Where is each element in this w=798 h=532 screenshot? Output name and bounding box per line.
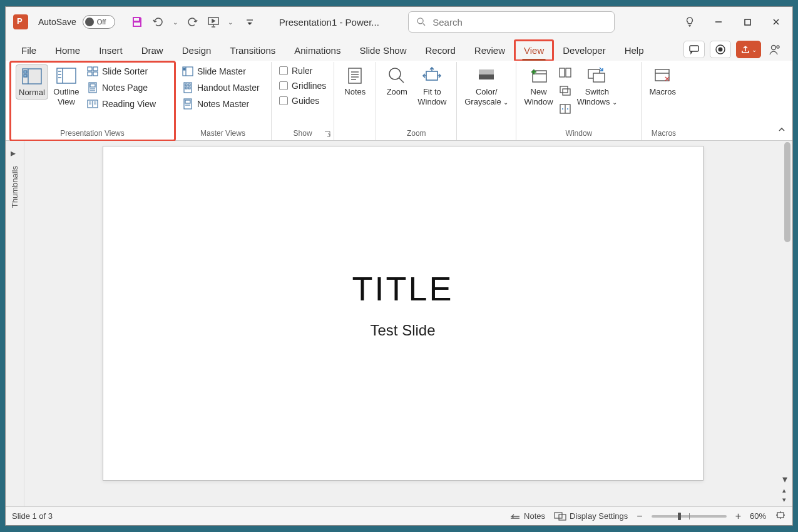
reading-view-button[interactable]: Reading View (84, 98, 158, 110)
redo-icon[interactable] (185, 15, 199, 29)
tab-insert[interactable]: Insert (90, 40, 132, 61)
thumbnails-label: Thumbnails (10, 166, 19, 208)
tab-transitions[interactable]: Transitions (220, 40, 285, 61)
share-button[interactable]: ⌄ (736, 41, 761, 58)
tab-help[interactable]: Help (615, 40, 653, 61)
search-input[interactable] (432, 17, 606, 28)
qat-overflow-icon[interactable] (243, 15, 257, 29)
comments-button[interactable] (683, 41, 705, 58)
svg-rect-56 (555, 513, 562, 518)
scroll-down-icon[interactable]: ▾ (782, 473, 787, 485)
prev-slide-icon[interactable]: ▴ (782, 486, 787, 494)
minimize-button[interactable] (706, 12, 731, 32)
maximize-button[interactable] (735, 12, 760, 32)
tab-animations[interactable]: Animations (285, 40, 350, 61)
document-title: Presentation1 - Power... (279, 17, 379, 28)
checkbox-icon (279, 66, 288, 75)
expand-thumbnails-icon[interactable]: ▸ (11, 147, 16, 159)
present-from-start-icon[interactable] (207, 15, 220, 29)
svg-rect-50 (563, 89, 570, 95)
zoom-in-button[interactable]: + (735, 511, 741, 522)
notes-button[interactable]: Notes (339, 64, 371, 98)
svg-rect-54 (593, 73, 605, 82)
slide-master-button[interactable]: Slide Master (180, 65, 262, 78)
tab-developer[interactable]: Developer (553, 40, 615, 61)
arrange-all-icon[interactable] (558, 66, 572, 79)
svg-point-42 (389, 68, 401, 79)
handout-master-button[interactable]: Handout Master (180, 81, 262, 94)
tab-home[interactable]: Home (46, 40, 90, 61)
group-notes: Notes (334, 62, 376, 140)
tab-record[interactable]: Record (416, 40, 464, 61)
new-window-button[interactable]: New Window (521, 64, 555, 109)
slide-canvas-area[interactable]: TITLE Test Slide (24, 141, 781, 506)
notes-toggle[interactable]: Notes (509, 511, 545, 521)
svg-rect-37 (349, 68, 361, 83)
color-grayscale-icon (476, 66, 497, 86)
svg-rect-32 (185, 87, 187, 89)
group-zoom: Zoom Fit to Window Zoom (376, 62, 457, 140)
slide-subtitle[interactable]: Test Slide (370, 322, 435, 339)
powerpoint-icon (13, 14, 28, 29)
vertical-scrollbar[interactable]: ▾ ▴ ▾ (781, 141, 792, 506)
slide[interactable]: TITLE Test Slide (103, 146, 703, 481)
color-grayscale-button[interactable]: Color/ Grayscale ⌄ (462, 64, 511, 109)
scrollbar-thumb[interactable] (784, 142, 790, 242)
collapse-ribbon-icon[interactable] (777, 125, 786, 136)
tab-draw[interactable]: Draw (132, 40, 173, 61)
account-icon[interactable] (766, 41, 784, 58)
gridlines-checkbox[interactable]: Gridlines (277, 80, 329, 91)
zoom-slider[interactable] (652, 515, 727, 518)
camera-record-button[interactable] (710, 41, 731, 58)
autosave-label: AutoSave (38, 17, 76, 27)
status-bar: Slide 1 of 3 Notes Display Settings − + … (6, 506, 792, 525)
notes-page-button[interactable]: Notes Page (84, 81, 158, 94)
workspace: ▸ Thumbnails TITLE Test Slide ▾ ▴ ▾ (6, 141, 792, 506)
qat-customize-icon[interactable]: ⌄ (228, 19, 233, 26)
svg-rect-28 (183, 68, 185, 70)
svg-rect-10 (24, 71, 27, 73)
display-settings-button[interactable]: Display Settings (554, 511, 628, 521)
zoom-slider-thumb[interactable] (678, 513, 681, 520)
undo-icon[interactable] (151, 15, 165, 29)
move-split-icon[interactable] (558, 102, 572, 116)
svg-rect-47 (560, 68, 565, 77)
notes-master-button[interactable]: Notes Master (180, 98, 262, 110)
notes-toggle-icon (509, 512, 521, 521)
autosave-state: Off (97, 18, 106, 26)
search-box[interactable] (408, 11, 615, 33)
guides-checkbox[interactable]: Guides (277, 95, 329, 106)
dialog-launcher-icon[interactable] (324, 130, 331, 138)
powerpoint-window: AutoSave Off ⌄ ⌄ Presentation1 - Pow (5, 6, 793, 526)
tab-design[interactable]: Design (173, 40, 221, 61)
svg-rect-11 (24, 74, 27, 77)
tab-slide-show[interactable]: Slide Show (350, 40, 416, 61)
zoom-out-button[interactable]: − (637, 511, 642, 522)
tab-review[interactable]: Review (465, 40, 514, 61)
tab-view[interactable]: View (514, 40, 553, 61)
switch-windows-button[interactable]: Switch Windows ⌄ (575, 64, 620, 109)
ruler-checkbox[interactable]: Ruler (277, 65, 329, 76)
macros-button[interactable]: Macros (647, 64, 678, 98)
zoom-percentage[interactable]: 60% (750, 511, 766, 521)
zoom-button[interactable]: Zoom (381, 64, 412, 98)
outline-view-button[interactable]: Outline View (51, 64, 82, 109)
normal-view-button[interactable]: Normal (16, 64, 48, 100)
outline-view-icon (56, 66, 77, 86)
slide-counter[interactable]: Slide 1 of 3 (12, 511, 53, 521)
close-button[interactable] (764, 12, 789, 32)
undo-dropdown-icon[interactable]: ⌄ (173, 19, 178, 26)
slide-title[interactable]: TITLE (352, 269, 453, 308)
tab-file[interactable]: File (12, 40, 46, 61)
autosave-toggle[interactable]: Off (83, 15, 115, 29)
group-label-window: Window (521, 129, 636, 140)
fit-to-window-button[interactable]: Fit to Window (415, 64, 449, 109)
slide-sorter-button[interactable]: Slide Sorter (84, 65, 158, 78)
cascade-icon[interactable] (558, 84, 572, 98)
group-label-presentation-views: Presentation Views (16, 129, 169, 140)
lightbulb-icon[interactable] (677, 12, 702, 32)
next-slide-icon[interactable]: ▾ (782, 496, 787, 504)
save-icon[interactable] (130, 15, 144, 29)
fit-to-window-status-icon[interactable] (775, 510, 786, 522)
thumbnails-pane-collapsed[interactable]: ▸ Thumbnails (6, 141, 24, 506)
